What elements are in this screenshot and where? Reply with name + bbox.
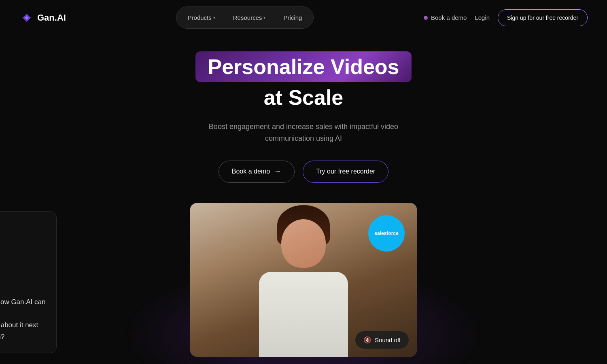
personalization-message: Hi Michael , I'd love to go over how Gan… (0, 296, 47, 343)
nav-menu: Products ▾ Resources ▾ Pricing (176, 6, 314, 29)
personalization-panel: 🔊 Michael 🔊 James 🔊 Ashley Hi Michael (0, 211, 57, 353)
hero-section: Personalize Videos at Scale Boost engage… (0, 35, 607, 364)
chevron-down-icon: ▾ (213, 15, 215, 20)
nav-pricing[interactable]: Pricing (275, 10, 310, 25)
hero-title-main: at Scale (8, 85, 599, 110)
try-recorder-button[interactable]: Try our free recorder (303, 161, 388, 183)
hero-title-highlight-text: Personalize Videos (208, 55, 399, 78)
salesforce-bubble: salesforce (368, 215, 405, 252)
login-button[interactable]: Login (475, 14, 490, 21)
logo[interactable]: Gan.AI (19, 11, 66, 25)
person-face (281, 219, 326, 268)
person-blazer (259, 272, 348, 357)
hero-title-highlight: Personalize Videos (195, 51, 411, 82)
sound-off-icon: 🔇 (363, 336, 371, 344)
logo-text: Gan.AI (37, 13, 66, 23)
hero-subtitle: Boost engagement and increase sales with… (194, 121, 413, 144)
book-demo-hero-button[interactable]: Book a demo → (219, 161, 295, 183)
chevron-down-icon: ▾ (263, 15, 265, 20)
navbar: Gan.AI Products ▾ Resources ▾ Pricing Bo… (0, 0, 607, 35)
book-demo-nav-button[interactable]: Book a demo (424, 14, 467, 21)
video-thumbnail[interactable]: salesforce 🔇 Sound off (190, 203, 417, 357)
sound-off-button[interactable]: 🔇 Sound off (355, 331, 409, 349)
nav-right-actions: Book a demo Login Sign up for our free r… (424, 9, 588, 26)
signup-button[interactable]: Sign up for our free recorder (498, 9, 588, 26)
nav-resources[interactable]: Resources ▾ (225, 10, 274, 25)
nav-products[interactable]: Products ▾ (180, 10, 223, 25)
arrow-right-icon: → (274, 167, 281, 176)
gan-ai-logo-icon (19, 11, 34, 25)
hero-buttons: Book a demo → Try our free recorder (8, 161, 599, 183)
dot-indicator (424, 16, 428, 20)
